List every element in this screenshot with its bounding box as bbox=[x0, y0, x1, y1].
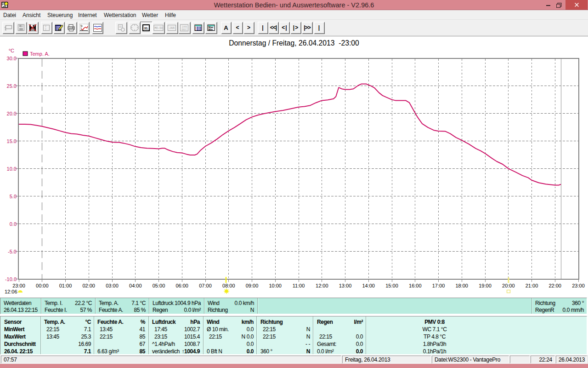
svg-text:22:00: 22:00 bbox=[548, 283, 561, 288]
svg-text:23:00: 23:00 bbox=[572, 283, 585, 288]
svg-text:11:00: 11:00 bbox=[293, 283, 305, 288]
svg-text:17:00: 17:00 bbox=[432, 283, 445, 288]
svg-text:21:00: 21:00 bbox=[526, 283, 538, 288]
svg-text:31: 31 bbox=[119, 25, 122, 28]
svg-text:15:00: 15:00 bbox=[385, 283, 398, 288]
svg-text:MO-SU: MO-SU bbox=[154, 27, 163, 30]
svg-text:12:06: 12:06 bbox=[5, 289, 17, 294]
svg-text:06:00: 06:00 bbox=[175, 283, 188, 288]
svg-text:20:00: 20:00 bbox=[502, 283, 515, 288]
svg-text:18:00: 18:00 bbox=[455, 283, 468, 288]
svg-text:Temp. A.: Temp. A. bbox=[30, 51, 50, 57]
svg-text:5.0: 5.0 bbox=[10, 194, 17, 199]
svg-text:20.0: 20.0 bbox=[7, 111, 17, 116]
svg-text:07:00: 07:00 bbox=[199, 283, 212, 288]
svg-text:Donnerstag / Freitag, 26.04.20: Donnerstag / Freitag, 26.04.2013 -23:00 bbox=[229, 39, 359, 47]
svg-text:00:00: 00:00 bbox=[36, 283, 49, 288]
svg-text:10:00: 10:00 bbox=[269, 283, 282, 288]
svg-text:30.0: 30.0 bbox=[7, 56, 17, 61]
svg-text:0.0: 0.0 bbox=[10, 221, 17, 227]
svg-text:01:00: 01:00 bbox=[59, 283, 72, 288]
svg-text:15.0: 15.0 bbox=[7, 138, 17, 144]
svg-text:16:00: 16:00 bbox=[409, 283, 422, 288]
svg-text:09:00: 09:00 bbox=[246, 283, 259, 288]
svg-text:-10.0: -10.0 bbox=[5, 276, 17, 282]
svg-text:13:00: 13:00 bbox=[339, 283, 352, 288]
svg-text:JAN: JAN bbox=[169, 27, 175, 30]
svg-text:-5.0: -5.0 bbox=[8, 249, 17, 254]
svg-text:23:00: 23:00 bbox=[12, 283, 25, 288]
svg-text:04:00: 04:00 bbox=[129, 283, 142, 288]
svg-text:12:00: 12:00 bbox=[316, 283, 328, 288]
svg-text:°C: °C bbox=[9, 48, 14, 53]
svg-text:°c: °c bbox=[80, 24, 83, 27]
svg-text:14:00: 14:00 bbox=[362, 283, 375, 288]
svg-text:T: T bbox=[45, 28, 46, 31]
svg-text:10.0: 10.0 bbox=[7, 166, 17, 172]
svg-text:25.0: 25.0 bbox=[7, 83, 17, 89]
svg-text:31.: 31. bbox=[144, 26, 149, 30]
svg-text:DEC: DEC bbox=[182, 28, 187, 31]
svg-text:05:00: 05:00 bbox=[153, 283, 165, 288]
svg-text:19:00: 19:00 bbox=[479, 283, 492, 288]
svg-text:03:00: 03:00 bbox=[106, 283, 119, 288]
svg-text:08:00: 08:00 bbox=[222, 283, 235, 288]
svg-text:02:00: 02:00 bbox=[82, 283, 95, 288]
svg-text:Min: Min bbox=[208, 28, 213, 31]
